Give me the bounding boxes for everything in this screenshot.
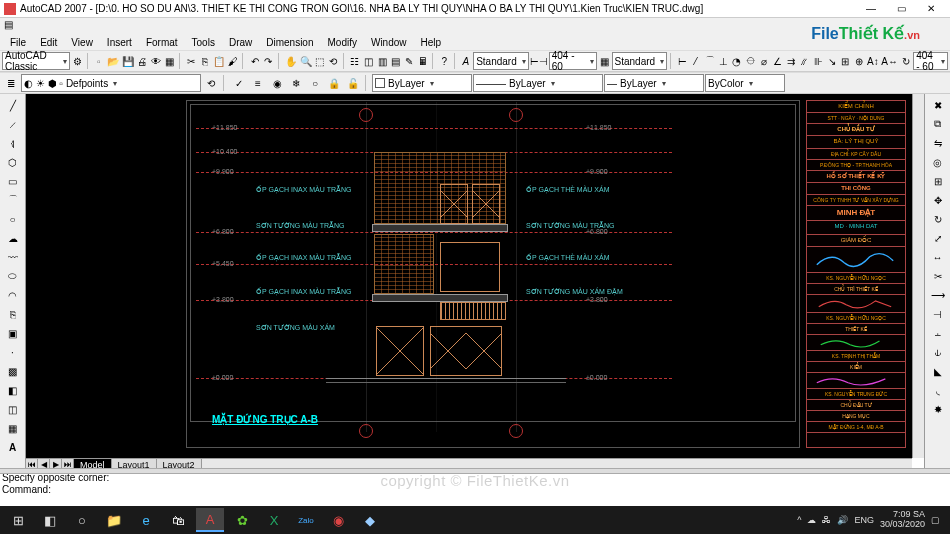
dim-style-icon[interactable]: ⊢⊣ [530, 52, 548, 70]
help-button[interactable]: ? [438, 52, 451, 70]
insert-block-tool[interactable]: ⎘ [3, 305, 23, 323]
layer-isolate-button[interactable]: ◉ [268, 74, 286, 92]
revcloud-tool[interactable]: ☁ [3, 229, 23, 247]
layer-previous-button[interactable]: ⟲ [202, 74, 220, 92]
region-tool[interactable]: ◫ [3, 400, 23, 418]
dim-linear-button[interactable]: ⊢ [676, 52, 689, 70]
taskbar-app-3[interactable]: ◆ [356, 508, 384, 532]
drawing-canvas[interactable]: +11.850 +10.400 +9.900 +6.800 +5.450 +3.… [26, 94, 912, 458]
stretch-tool[interactable]: ↔ [928, 248, 948, 266]
menu-help[interactable]: Help [415, 37, 448, 48]
tray-clock[interactable]: 7:09 SA 30/03/2020 [880, 510, 925, 530]
command-resize-handle[interactable] [0, 468, 950, 474]
extend-tool[interactable]: ⟶ [928, 286, 948, 304]
tool-palettes-button[interactable]: ▥ [376, 52, 389, 70]
offset-tool[interactable]: ◎ [928, 153, 948, 171]
layer-combo[interactable]: ◐ ☀ ⬢ ▫ Defpoints▾ [21, 74, 201, 92]
taskbar-autocad[interactable]: A [196, 508, 224, 532]
linetype-combo[interactable]: ——— ByLayer▾ [473, 74, 603, 92]
menu-insert[interactable]: Insert [101, 37, 138, 48]
copy-tool[interactable]: ⧉ [928, 115, 948, 133]
break-point-tool[interactable]: ⊣ [928, 305, 948, 323]
new-button[interactable] [93, 52, 106, 70]
arc-tool[interactable]: ⌒ [3, 191, 23, 209]
text-style-icon[interactable]: A [460, 52, 473, 70]
redo-button[interactable] [262, 52, 275, 70]
rotate-tool[interactable]: ↻ [928, 210, 948, 228]
taskbar-app-2[interactable]: ◉ [324, 508, 352, 532]
ellipse-tool[interactable]: ⬭ [3, 267, 23, 285]
tray-volume-icon[interactable]: 🔊 [837, 515, 848, 525]
dim-aligned-button[interactable]: ∕ [690, 52, 703, 70]
plot-preview-button[interactable]: 👁 [150, 52, 163, 70]
cut-button[interactable] [185, 52, 198, 70]
explode-tool[interactable]: ✸ [928, 400, 948, 418]
layer-manager-button[interactable]: ≣ [2, 74, 20, 92]
chamfer-tool[interactable]: ◣ [928, 362, 948, 380]
dim-diameter-button[interactable]: ⌀ [757, 52, 770, 70]
dim-quick-button[interactable]: ⇉ [785, 52, 798, 70]
dim-style-combo-2[interactable]: 404 - 60▾ [913, 52, 948, 70]
taskbar-excel[interactable]: X [260, 508, 288, 532]
dim-update-button[interactable]: ↻ [900, 52, 913, 70]
xline-tool[interactable]: ⟋ [3, 115, 23, 133]
array-tool[interactable]: ⊞ [928, 172, 948, 190]
plotstyle-combo[interactable]: ByColor▾ [705, 74, 785, 92]
open-button[interactable] [106, 52, 120, 70]
layer-match-button[interactable]: ≡ [249, 74, 267, 92]
erase-tool[interactable]: ✖ [928, 96, 948, 114]
taskbar-store[interactable]: 🛍 [164, 508, 192, 532]
close-button[interactable]: ✕ [916, 1, 946, 17]
calc-button[interactable]: 🖩 [417, 52, 430, 70]
hatch-tool[interactable]: ▩ [3, 362, 23, 380]
menu-file[interactable]: File [4, 37, 32, 48]
layer-unlock-button[interactable]: 🔓 [344, 74, 362, 92]
menu-edit[interactable]: Edit [34, 37, 63, 48]
table-style-combo[interactable]: Standard▾ [612, 52, 668, 70]
copy-button[interactable] [198, 52, 211, 70]
command-prompt[interactable]: Command: [2, 484, 948, 496]
publish-button[interactable]: ▦ [163, 52, 176, 70]
save-button[interactable] [121, 52, 135, 70]
maximize-button[interactable]: ▭ [886, 1, 916, 17]
zoom-previous-button[interactable]: ⟲ [327, 52, 340, 70]
taskview-button[interactable]: ◧ [36, 508, 64, 532]
dim-arc-button[interactable]: ⌒ [703, 52, 716, 70]
move-tool[interactable]: ✥ [928, 191, 948, 209]
dim-jogged-button[interactable]: ⦵ [744, 52, 757, 70]
dim-textedit-button[interactable]: A↔ [881, 52, 899, 70]
dim-edit-button[interactable]: A↕ [866, 52, 880, 70]
tray-notifications-icon[interactable]: ▢ [931, 515, 940, 525]
dim-center-button[interactable]: ⊕ [852, 52, 865, 70]
layer-freeze-button[interactable]: ❄ [287, 74, 305, 92]
pline-tool[interactable]: ⦉ [3, 134, 23, 152]
menu-draw[interactable]: Draw [223, 37, 258, 48]
make-current-button[interactable]: ✓ [230, 74, 248, 92]
dim-angular-button[interactable]: ∠ [771, 52, 784, 70]
dim-leader-button[interactable]: ↘ [825, 52, 838, 70]
plot-button[interactable] [136, 52, 149, 70]
rectangle-tool[interactable]: ▭ [3, 172, 23, 190]
workspace-settings-button[interactable]: ⚙ [71, 52, 84, 70]
zoom-window-button[interactable]: ⬚ [314, 52, 327, 70]
sheet-set-button[interactable]: ▤ [389, 52, 402, 70]
taskbar-zalo[interactable]: Zalo [292, 508, 320, 532]
dim-baseline-button[interactable]: ⫽ [798, 52, 811, 70]
taskbar-app-1[interactable]: ✿ [228, 508, 256, 532]
design-center-button[interactable]: ◫ [362, 52, 375, 70]
scale-tool[interactable]: ⤢ [928, 229, 948, 247]
pan-button[interactable] [284, 52, 298, 70]
text-style-combo[interactable]: Standard▾ [473, 52, 529, 70]
color-combo[interactable]: ByLayer▾ [372, 74, 472, 92]
layer-lock-button[interactable]: 🔒 [325, 74, 343, 92]
dim-radius-button[interactable]: ◔ [730, 52, 743, 70]
menu-format[interactable]: Format [140, 37, 184, 48]
polygon-tool[interactable]: ⬡ [3, 153, 23, 171]
mtext-tool[interactable]: A [3, 438, 23, 456]
menu-tools[interactable]: Tools [186, 37, 221, 48]
circle-tool[interactable]: ○ [3, 210, 23, 228]
tray-lang[interactable]: ENG [854, 515, 874, 525]
dim-style-combo[interactable]: 404 - 60▾ [549, 52, 597, 70]
tray-up-icon[interactable]: ^ [797, 515, 801, 525]
minimize-button[interactable]: — [856, 1, 886, 17]
